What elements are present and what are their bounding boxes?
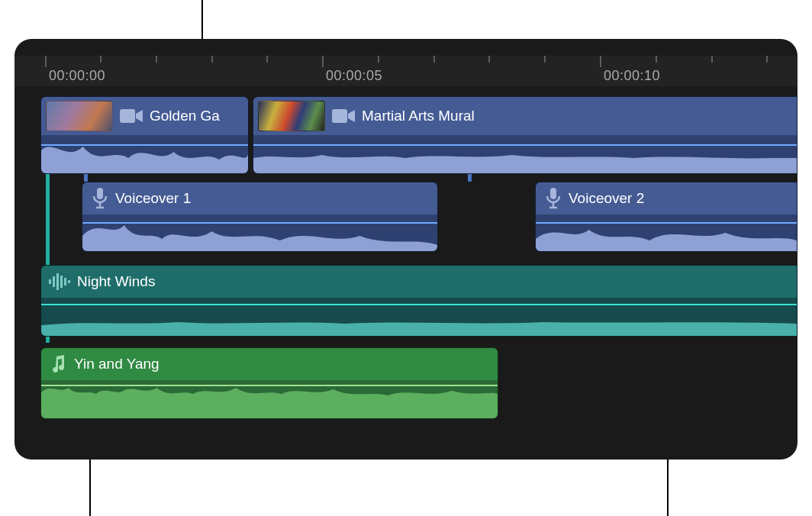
- waveform: [253, 135, 797, 173]
- clip-label: Voiceover 1: [115, 190, 191, 207]
- camera-icon: [120, 108, 143, 124]
- waveform: [41, 135, 248, 173]
- mic-icon: [92, 188, 108, 209]
- time-ruler[interactable]: 00:00:00 00:00:05 00:00:10: [14, 56, 798, 86]
- music-clip[interactable]: Yin and Yang: [40, 347, 498, 419]
- svg-rect-0: [120, 109, 135, 123]
- svg-rect-11: [60, 276, 63, 288]
- svg-rect-9: [53, 276, 55, 287]
- voiceover-clip-1[interactable]: Voiceover 1: [82, 182, 438, 252]
- voiceover-clip-2[interactable]: Voiceover 2: [535, 182, 798, 252]
- svg-rect-12: [64, 278, 66, 285]
- video-clip-1[interactable]: Golden Ga: [40, 96, 249, 174]
- waveform: [536, 214, 797, 251]
- callout-line-top: [201, 0, 203, 40]
- clip-label: Yin and Yang: [74, 356, 160, 372]
- camera-icon: [332, 108, 355, 124]
- clip-label: Voiceover 2: [569, 190, 644, 207]
- svg-rect-5: [550, 188, 556, 199]
- svg-rect-13: [68, 280, 70, 283]
- clip-label: Golden Ga: [150, 108, 220, 124]
- ruler-tick-label: 00:00:00: [49, 68, 105, 84]
- timeline-frame: 00:00:00 00:00:05 00:00:10 Golden Ga: [14, 39, 798, 460]
- ruler-tick-label: 00:00:05: [326, 68, 382, 84]
- sound-bars-icon: [49, 273, 70, 290]
- ruler-tick-label: 00:00:10: [604, 68, 660, 84]
- clip-label: Martial Arts Mural: [362, 108, 475, 124]
- clip-thumbnail: [46, 101, 113, 131]
- music-note-icon: [50, 355, 67, 373]
- callout-line-bottom-left: [89, 455, 91, 516]
- svg-rect-1: [332, 109, 347, 123]
- svg-rect-2: [97, 188, 103, 199]
- clip-thumbnail: [258, 101, 325, 131]
- clip-label: Night Winds: [77, 273, 155, 290]
- sound-effect-clip[interactable]: Night Winds: [40, 265, 798, 337]
- waveform: [82, 214, 437, 251]
- video-clip-2[interactable]: Martial Arts Mural: [253, 96, 798, 174]
- svg-rect-8: [49, 279, 51, 284]
- svg-rect-10: [56, 273, 59, 290]
- mic-icon: [545, 188, 562, 209]
